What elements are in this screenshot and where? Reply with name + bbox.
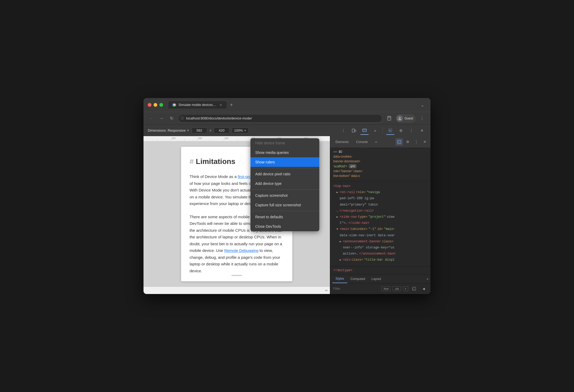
computed-styles-button[interactable]: ◀: [420, 285, 427, 292]
menu-divider-1: [250, 168, 319, 168]
profile-button[interactable]: Guest: [396, 114, 416, 123]
menu-divider-2: [250, 189, 319, 190]
menu-item-hide-device-frame[interactable]: Hide device frame: [250, 138, 319, 148]
chrome-favicon: [172, 103, 176, 107]
forward-button[interactable]: →: [158, 115, 165, 122]
menu-divider-3: [250, 211, 319, 211]
svg-rect-5: [352, 129, 355, 132]
svg-rect-6: [355, 130, 356, 132]
add-style-button[interactable]: +: [403, 286, 408, 291]
maximize-button[interactable]: [159, 103, 163, 107]
dom-row-7[interactable]: t">… </side-nav>: [330, 220, 431, 226]
menu-item-show-media-queries[interactable]: Show media queries: [250, 148, 319, 157]
menu-item-show-rulers[interactable]: Show rulers: [250, 157, 319, 167]
minimize-button[interactable]: [154, 103, 157, 107]
tab-layout[interactable]: Layout: [368, 275, 384, 283]
menu-item-capture-screenshot[interactable]: Capture screenshot: [250, 191, 319, 200]
svg-text:100: 100: [172, 137, 176, 140]
dom-row-3[interactable]: pad-left-200 lg:pa: [330, 195, 431, 202]
new-tab-button[interactable]: +: [228, 101, 235, 109]
devtools-header-icons: >_ ⚙ ⋮ ✕: [396, 138, 428, 146]
tab-console[interactable]: Console: [353, 139, 371, 145]
bookmark-button[interactable]: [385, 114, 393, 123]
close-button[interactable]: [148, 103, 151, 107]
back-button[interactable]: ←: [148, 115, 155, 122]
svg-text:200: 200: [198, 137, 202, 140]
more-options-button[interactable]: ⋮: [339, 126, 348, 135]
doctype-line[interactable]: <!doctype>: [330, 268, 431, 273]
menu-item-add-device-pixel-ratio[interactable]: Add device pixel ratio: [250, 169, 319, 179]
dropdown-menu: Hide device frame Show media queries Sho…: [250, 138, 319, 231]
more-icon-button[interactable]: ⋮: [412, 138, 420, 146]
dom-tree[interactable]: <top-nav> ▶ <on-rail role= "naviga pad-l…: [330, 181, 431, 266]
overflow-button[interactable]: »: [371, 126, 379, 135]
dom-row-1[interactable]: <top-nav>: [330, 183, 431, 189]
device-toolbar-button[interactable]: [350, 126, 358, 135]
dom-row-13[interactable]: ▶ <div class= "title-bar displ: [330, 257, 431, 263]
close-devtools-button[interactable]: ✕: [418, 126, 426, 135]
main-area: 100200300400500600700800 # Limitations T…: [144, 136, 431, 294]
svg-point-4: [399, 117, 401, 119]
menu-item-add-device-type[interactable]: Add device type: [250, 179, 319, 188]
address-input[interactable]: localhost:8080/docs/devtools/device-mode…: [178, 114, 382, 123]
chrome-menu-button[interactable]: ⋮: [418, 114, 426, 123]
browser-window: Simulate mobile devices with D ✕ + ⌄ ← →…: [144, 98, 431, 294]
settings-button[interactable]: ⚙: [397, 126, 405, 135]
heading-text: Limitations: [196, 157, 235, 166]
remote-debugging-link[interactable]: Remote Debugging: [224, 248, 258, 253]
styles-tabs-more[interactable]: »: [427, 277, 428, 281]
page-bottom-edit-button[interactable]: ✏: [325, 289, 328, 292]
grid-badge: grid: [349, 164, 357, 168]
element-info: == $0 data-cookies- banner-dismissed> 's…: [330, 148, 431, 181]
dimensions-label: Dimensions: Responsive ▼: [148, 128, 189, 132]
styles-filter-input[interactable]: [333, 287, 379, 291]
height-input[interactable]: [214, 127, 230, 133]
hov-button[interactable]: :hov: [381, 286, 391, 291]
heading-hash: #: [190, 157, 194, 166]
close-icon-button[interactable]: ✕: [421, 138, 428, 146]
zoom-selector[interactable]: 100% ▼: [232, 127, 249, 133]
settings-icon-button[interactable]: ⚙: [404, 138, 411, 146]
dom-row-12[interactable]: active>… </announcement-bann: [330, 251, 431, 257]
cls-button[interactable]: .cls: [393, 286, 401, 291]
dom-row-11[interactable]: nner--info" storage-key="us: [330, 245, 431, 251]
devtools-more-button[interactable]: ⋮: [407, 126, 416, 135]
dom-line-scaffold: 'scaffold'> grid: [333, 164, 427, 168]
dom-row-5[interactable]: … </navigation-rail>: [330, 208, 431, 214]
styles-tabs: Styles Computed Layout »: [330, 275, 431, 283]
svg-text:300: 300: [225, 137, 228, 140]
dom-row-2[interactable]: ▶ <on-rail role= "naviga: [330, 189, 431, 195]
width-input[interactable]: [191, 127, 207, 133]
tab-computed[interactable]: Computed: [347, 275, 368, 283]
title-bar-right: ⌄: [419, 101, 426, 109]
address-bar-right: Guest ⋮: [385, 114, 426, 123]
dom-row-4[interactable]: abel="primary" tabin: [330, 202, 431, 208]
element-state-button[interactable]: □: [410, 285, 418, 292]
element-var: $0: [339, 150, 342, 154]
tab-styles[interactable]: Styles: [332, 275, 347, 283]
page-bottom-bar: ✏: [144, 287, 330, 294]
tab-overflow[interactable]: »: [372, 139, 380, 145]
dom-row-6[interactable]: ▶ <side-nav type= "project" view: [330, 214, 431, 220]
console-panel-button[interactable]: >_: [386, 126, 394, 135]
console-icon-button[interactable]: >_: [396, 138, 403, 146]
dom-line-class: line-bottom" data-s: [333, 174, 427, 178]
menu-item-reset-defaults[interactable]: Reset to defaults: [250, 212, 319, 222]
reload-button[interactable]: ↻: [168, 115, 175, 122]
tab-close-button[interactable]: ✕: [219, 103, 223, 107]
tab-title: Simulate mobile devices with D: [178, 103, 217, 107]
window-menu-button[interactable]: ⌄: [419, 101, 426, 109]
active-tab[interactable]: Simulate mobile devices with D ✕: [168, 101, 227, 109]
dom-line-2: banner-dismissed>: [333, 159, 427, 163]
elements-panel-button[interactable]: [360, 126, 369, 135]
tab-elements[interactable]: Elements: [332, 139, 352, 145]
dom-row-9[interactable]: data-side-nav-inert data-sear: [330, 233, 431, 239]
address-bar: ← → ↻ ⓘ localhost:8080/docs/devtools/dev…: [144, 112, 431, 124]
lock-icon: ⓘ: [181, 116, 184, 121]
menu-item-close-devtools[interactable]: Close DevTools: [250, 222, 319, 231]
svg-rect-7: [363, 129, 366, 132]
menu-item-capture-full-size[interactable]: Capture full size screenshot: [250, 200, 319, 210]
dom-row-10[interactable]: ▶ <announcement-banner class=: [330, 239, 431, 245]
dom-row-8[interactable]: ▼ <main tabindex= "-1" id= "main-: [330, 226, 431, 232]
svg-text:□: □: [413, 288, 414, 290]
